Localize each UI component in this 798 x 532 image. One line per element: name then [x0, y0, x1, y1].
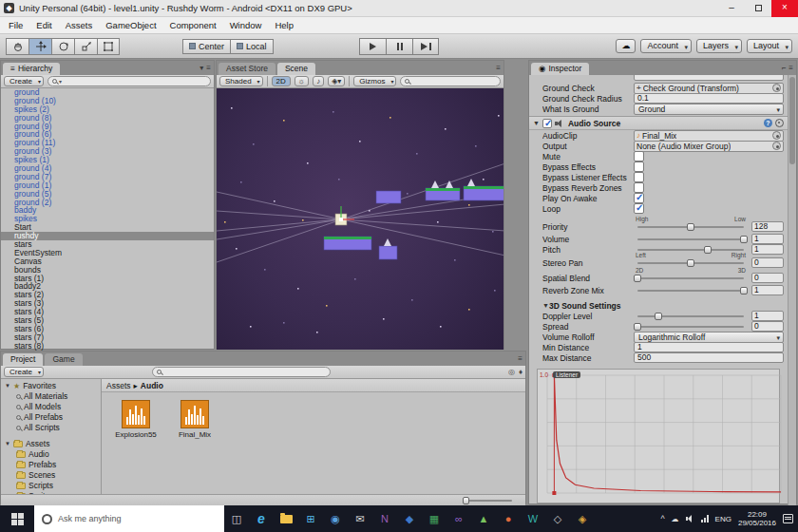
tab-project[interactable]: Project — [3, 353, 43, 366]
scene-canvas[interactable] — [217, 88, 504, 350]
object-picker-icon[interactable] — [772, 84, 781, 92]
search-by-label-icon[interactable]: ♦ — [519, 368, 522, 376]
pane-menu-icon[interactable]: ≡ — [788, 64, 793, 72]
slider[interactable] — [637, 249, 744, 251]
foldout-arrow-icon[interactable]: ▼ — [542, 302, 549, 309]
volume-icon[interactable] — [686, 515, 694, 522]
onenote-icon[interactable]: N — [372, 505, 397, 532]
lock-icon[interactable]: ⌐ — [782, 64, 787, 72]
slider-thumb[interactable] — [740, 236, 748, 243]
thumbnail-size-slider[interactable] — [463, 500, 512, 502]
menu-edit[interactable]: Edit — [29, 17, 58, 34]
menu-assets[interactable]: Assets — [59, 17, 100, 34]
minimize-button[interactable]: – — [718, 0, 745, 17]
tree-item[interactable]: All Materials — [1, 391, 101, 402]
action-center-icon[interactable] — [783, 514, 793, 523]
scene-effects-dropdown[interactable]: ◈▾ — [328, 76, 345, 86]
breadcrumb-root[interactable]: Assets — [106, 381, 131, 390]
photos-icon[interactable]: ◉ — [323, 505, 348, 532]
taskbar-search-input[interactable]: Ask me anything — [34, 505, 224, 532]
scale-tool-button[interactable] — [74, 38, 97, 55]
play-button[interactable] — [359, 38, 386, 55]
slider[interactable] — [637, 277, 744, 279]
visual-studio-icon[interactable]: ∞ — [446, 505, 471, 532]
tab-hierarchy[interactable]: ≡Hierarchy — [3, 63, 60, 75]
shading-mode-dropdown[interactable]: Shaded — [219, 76, 263, 86]
layout-dropdown[interactable]: Layout — [747, 39, 792, 53]
account-dropdown[interactable]: Account — [640, 39, 692, 53]
menu-component[interactable]: Component — [163, 17, 223, 34]
checkbox[interactable] — [634, 151, 644, 162]
object-picker-icon[interactable] — [772, 142, 781, 150]
text-field[interactable]: 1 — [634, 342, 784, 352]
slider[interactable] — [637, 315, 744, 317]
cloud-button[interactable]: ☁ — [616, 39, 636, 53]
maximize-button[interactable] — [745, 0, 771, 17]
rolloff-graph[interactable]: Listener 1.0 — [537, 369, 780, 504]
slider-thumb[interactable] — [704, 246, 712, 254]
help-icon[interactable]: ? — [764, 119, 772, 127]
mail-icon[interactable]: ✉ — [348, 505, 372, 532]
slider-thumb[interactable] — [655, 313, 662, 320]
menu-gameobject[interactable]: GameObject — [99, 17, 162, 34]
pause-button[interactable] — [386, 38, 412, 55]
breadcrumb-current[interactable]: Audio — [141, 381, 163, 390]
value-field[interactable]: 0 — [751, 273, 784, 283]
tree-item[interactable]: All Prefabs — [1, 412, 101, 423]
pane-menu-icon[interactable]: ≡ — [518, 354, 522, 363]
tree-item-folder[interactable]: Audio — [1, 449, 101, 460]
foldout-arrow-icon[interactable]: ▼ — [533, 120, 540, 126]
slider[interactable] — [637, 262, 744, 264]
taskbar-app-icon[interactable]: ◈ — [570, 505, 595, 532]
excel-icon[interactable]: ▦ — [422, 505, 446, 532]
rotate-tool-button[interactable] — [51, 38, 74, 55]
asset-file[interactable]: Final_Mix — [170, 400, 219, 494]
scrollbar-thumb[interactable] — [789, 77, 795, 164]
taskbar-app-icon[interactable]: W — [521, 505, 545, 532]
object-field[interactable]: None (Audio Mixer Group) — [634, 141, 784, 152]
tree-item-folder[interactable]: Scenes — [1, 470, 101, 481]
tree-item[interactable]: All Models — [1, 402, 101, 412]
tab-scene[interactable]: Scene — [277, 63, 315, 75]
value-field[interactable]: 1 — [751, 244, 784, 255]
hierarchy-create-dropdown[interactable]: Create — [4, 76, 44, 86]
tree-item-folder[interactable]: Scripts — [1, 481, 101, 491]
listener-marker[interactable]: Listener — [553, 371, 580, 378]
menu-file[interactable]: File — [2, 17, 29, 34]
project-create-dropdown[interactable]: Create — [4, 367, 44, 377]
move-tool-button[interactable] — [28, 38, 51, 55]
file-explorer-icon[interactable] — [274, 505, 298, 532]
inspector-scrollbar[interactable] — [788, 75, 796, 505]
slider[interactable] — [637, 290, 744, 292]
value-field[interactable]: 1 — [751, 234, 784, 244]
2d-toggle-button[interactable]: 2D — [272, 76, 291, 86]
hierarchy-item[interactable]: spikes — [1, 215, 214, 223]
scene-viewport[interactable] — [217, 88, 504, 350]
space-mode-button[interactable]: Local — [230, 39, 274, 54]
onedrive-cloud-icon[interactable]: ☁ — [672, 515, 679, 523]
object-field[interactable]: +Check Ground (Transform) — [634, 83, 784, 94]
layers-dropdown[interactable]: Layers — [696, 39, 742, 53]
taskbar-clock[interactable]: 22:09 29/05/2016 — [738, 510, 776, 527]
text-field[interactable] — [634, 75, 784, 81]
text-field[interactable]: 500 — [634, 352, 784, 363]
hierarchy-item[interactable]: rushdy — [1, 232, 214, 240]
pivot-mode-button[interactable]: Center — [182, 39, 230, 54]
tree-item-assets[interactable]: ▼Assets — [1, 439, 101, 449]
object-picker-icon[interactable] — [772, 131, 781, 140]
hierarchy-item[interactable]: stars (8) — [1, 342, 214, 351]
value-field[interactable]: 0 — [751, 321, 784, 332]
scene-search-input[interactable] — [400, 76, 501, 86]
checkbox[interactable] — [634, 203, 644, 214]
slider[interactable] — [637, 326, 744, 328]
tray-chevron-up-icon[interactable]: ^ — [660, 514, 664, 523]
slider-thumb[interactable] — [687, 259, 694, 267]
pane-dropdown-icon[interactable]: ▾ — [200, 64, 203, 72]
dropdown-field[interactable]: Logarithmic Rolloff — [634, 332, 784, 343]
rect-tool-button[interactable] — [97, 38, 120, 55]
value-field[interactable]: 1 — [751, 285, 784, 295]
value-field[interactable]: 128 — [751, 221, 784, 232]
hierarchy-search-input[interactable]: ▾ — [48, 76, 211, 86]
tab-asset-store[interactable]: Asset Store — [218, 63, 276, 75]
dropdown-field[interactable]: Ground — [634, 104, 784, 115]
